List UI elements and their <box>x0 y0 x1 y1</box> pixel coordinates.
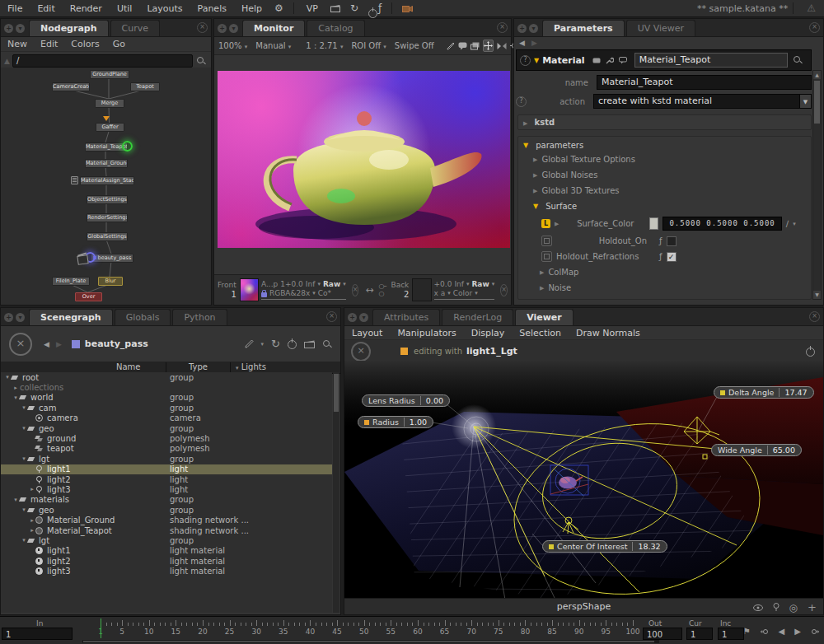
close-icon[interactable]: × <box>326 311 337 322</box>
current-frame-field[interactable]: 1 <box>686 628 713 640</box>
viewport-3d[interactable]: Lens Radius0.00Radius1.00Delta Angle17.4… <box>344 361 823 600</box>
colorspace-select[interactable]: Co* <box>318 289 331 298</box>
forward-icon[interactable]: ▶ <box>531 39 537 47</box>
pane-menu-button[interactable]: ▾ <box>529 24 538 33</box>
mix-select[interactable]: x a <box>434 289 446 298</box>
nodegraph-menu-colors[interactable]: Colors <box>64 39 105 49</box>
menubar-item-file[interactable]: File <box>0 3 30 14</box>
colorspace-select[interactable]: Color <box>453 289 473 298</box>
pill-center-of-interest[interactable]: Center Of Interest18.32 <box>542 540 667 553</box>
tree-row-teapot[interactable]: teapotpolymesh <box>1 444 332 454</box>
tab-attributes[interactable]: Attributes <box>372 309 440 325</box>
back-buffer-index[interactable]: 2 <box>404 290 409 299</box>
holdout-on-checkbox[interactable] <box>667 236 677 246</box>
chevron-down-icon[interactable]: ▾ <box>793 221 796 227</box>
menubar-item-render[interactable]: Render <box>63 3 110 14</box>
key-next-icon[interactable] <box>811 628 819 636</box>
eyedropper-icon[interactable] <box>447 40 455 51</box>
parameters-scrollbar[interactable]: ▲ ▼ <box>812 70 822 300</box>
node-search-input[interactable]: / <box>12 54 193 68</box>
viewer-menu-display[interactable]: Display <box>464 328 513 338</box>
parameters-group-header[interactable]: ▼ parameters <box>518 139 811 152</box>
nodegraph-menu-go[interactable]: Go <box>106 39 132 49</box>
tab-uv-viewer[interactable]: UV Viewer <box>626 20 695 36</box>
param-group-global-3d-textures[interactable]: ▶Global 3D Textures <box>518 183 811 198</box>
search-icon[interactable] <box>793 55 803 65</box>
node-filein_plate[interactable]: FileIn_Plate <box>52 277 90 286</box>
local-state-badge[interactable]: L <box>541 219 550 228</box>
kstd-group[interactable]: ▶ kstd <box>517 114 812 130</box>
step-back-icon[interactable]: ◀ <box>779 627 785 636</box>
column-type[interactable]: Type <box>189 362 208 371</box>
tree-row-lgt[interactable]: ▾lgtgroup <box>1 454 332 464</box>
nodegraph-menu-new[interactable]: New <box>1 39 34 49</box>
tree-row-world[interactable]: ▾worldgroup <box>1 393 332 403</box>
close-icon[interactable]: × <box>809 22 820 33</box>
node-name-field[interactable]: Material_Teapot <box>634 53 788 68</box>
search-icon[interactable] <box>196 56 206 66</box>
node-cameracreate[interactable]: CameraCreate <box>52 82 90 91</box>
exposure-value[interactable]: +0.0 <box>434 280 452 289</box>
front-buffer-index[interactable]: 1 <box>231 290 236 299</box>
camera-name-label[interactable]: perspShape <box>557 601 611 612</box>
tab-python[interactable]: Python <box>172 309 227 325</box>
search-icon[interactable] <box>322 339 332 349</box>
tab-catalog[interactable]: Catalog <box>307 20 364 36</box>
tree-row-light1[interactable]: light1light <box>1 464 332 474</box>
menubar-item-panels[interactable]: Panels <box>190 3 234 14</box>
tree-row-camera[interactable]: cameracamera <box>1 413 332 423</box>
swap-buffers-icon[interactable]: ↔ <box>362 284 377 296</box>
tree-row-ground[interactable]: groundpolymesh <box>1 433 332 443</box>
tab-globals[interactable]: Globals <box>115 309 171 325</box>
pill-radius[interactable]: Radius1.00 <box>358 416 433 428</box>
node-objectsettings[interactable]: ObjectSettings <box>87 195 128 204</box>
tree-row-light1[interactable]: light1light material <box>1 546 332 556</box>
default-state-badge[interactable] <box>541 236 552 246</box>
increment-field[interactable]: 1 <box>718 628 744 640</box>
tab-curve[interactable]: Curve <box>110 20 160 36</box>
pane-menu-button[interactable]: ▾ <box>16 24 25 33</box>
vp-toggle[interactable]: VP <box>299 3 325 14</box>
nodegraph-menu-edit[interactable]: Edit <box>34 39 64 49</box>
pane-menu-button[interactable]: ▾ <box>229 24 238 33</box>
range-select[interactable]: Inf <box>306 280 316 289</box>
scroll-up-icon[interactable]: ▲ <box>813 71 821 79</box>
tab-monitor[interactable]: Monitor <box>242 20 305 36</box>
scenegraph-scrollbar[interactable] <box>333 372 339 613</box>
gear-icon[interactable]: ⚙ <box>269 2 288 14</box>
view-select[interactable]: Raw <box>471 280 489 289</box>
expression-toggle-icon[interactable]: ƒ <box>659 236 662 245</box>
plus-icon[interactable]: + <box>808 601 817 614</box>
forward-icon[interactable]: ▶ <box>53 340 65 348</box>
expander-icon[interactable]: ▾ <box>12 497 19 503</box>
tree-row-material_ground[interactable]: ▸Material_Groundshading network ... <box>1 515 332 525</box>
tree-row-light2[interactable]: light2light material <box>1 556 332 566</box>
menubar-item-help[interactable]: Help <box>234 3 269 14</box>
param-group-global-texture-options[interactable]: ▶Global Texture Options <box>518 152 811 167</box>
column-name[interactable]: Name <box>116 362 141 371</box>
layers-icon[interactable] <box>471 40 480 51</box>
light-icon[interactable] <box>773 603 780 612</box>
channels-select[interactable]: RGBA&28x <box>269 289 310 298</box>
param-group-noise[interactable]: ▶Noise <box>518 280 811 296</box>
tree-row-light3[interactable]: light3light material <box>1 566 332 576</box>
viewer-menu-draw-normals[interactable]: Draw Normals <box>569 328 648 338</box>
power-icon[interactable] <box>288 339 297 348</box>
clear-back-icon[interactable]: × <box>500 284 508 296</box>
pane-menu-button[interactable]: ▾ <box>359 313 368 322</box>
link-buffers-icon[interactable]: ○–○ <box>377 282 388 297</box>
expander-icon[interactable]: ▾ <box>21 455 27 462</box>
swipe-toggle[interactable]: Swipe Off <box>391 41 438 50</box>
close-icon[interactable]: × <box>809 311 820 322</box>
flag-icon[interactable]: ⚑ <box>743 627 751 636</box>
compare-icon[interactable] <box>497 40 507 51</box>
ratio-select[interactable]: 1 : 2.71 ▾ <box>302 41 347 50</box>
render-camera-icon[interactable] <box>397 4 418 12</box>
clear-front-icon[interactable]: × <box>352 284 359 296</box>
clear-selection-icon[interactable]: × <box>351 342 371 362</box>
comment-icon[interactable] <box>619 57 627 64</box>
aov-label[interactable]: A...p <box>261 280 278 289</box>
back-icon[interactable]: ◀ <box>519 39 525 47</box>
tab-nodegraph[interactable]: Nodegraph <box>29 20 109 36</box>
tree-row-light3[interactable]: ▸light3light <box>1 484 332 494</box>
